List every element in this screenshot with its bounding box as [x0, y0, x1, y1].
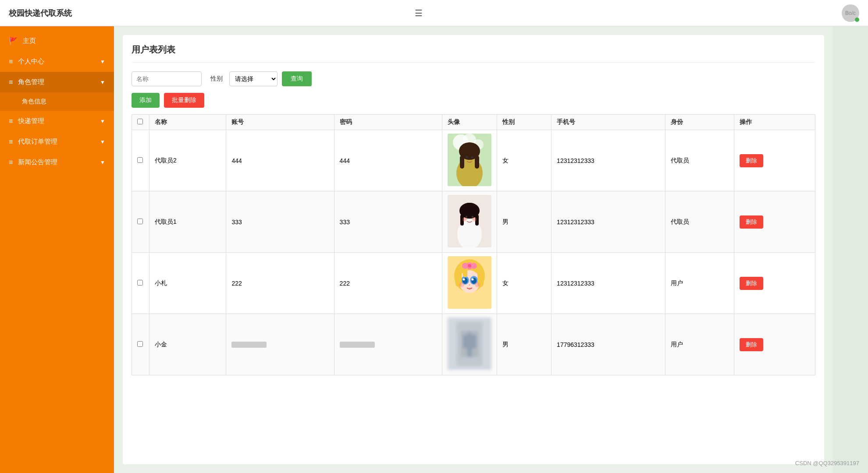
- row2-phone: 12312312333: [551, 191, 665, 253]
- svg-point-10: [471, 156, 473, 159]
- row4-gender: 男: [497, 314, 551, 375]
- avatar[interactable]: Bo/c: [842, 4, 859, 22]
- app-title: 校园快递代取系统: [9, 8, 415, 18]
- watermark: CSDN @QQ3295391197: [795, 460, 859, 466]
- table-row: 代取员1 333 333: [132, 191, 815, 253]
- user-table: 名称 账号 密码 头像 性别 手机号 身份 操作: [132, 114, 815, 375]
- gender-select[interactable]: 请选择 男 女: [229, 71, 277, 86]
- sidebar-item-role[interactable]: ≡ 角色管理 ▼: [0, 72, 114, 92]
- row1-checkbox-cell[interactable]: [132, 130, 149, 191]
- search-button[interactable]: 查询: [282, 71, 312, 86]
- sidebar-item-pickup-order[interactable]: ≡ 代取订单管理 ▼: [0, 131, 114, 152]
- avatar-label: Bo/c: [845, 10, 856, 16]
- row3-checkbox-cell[interactable]: [132, 253, 149, 314]
- row1-delete-button[interactable]: 删除: [740, 154, 763, 167]
- row1-name: 代取员2: [149, 130, 226, 191]
- table-row: 小札 222 222: [132, 253, 815, 314]
- sidebar-item-personal-label: 个人中心: [18, 57, 44, 66]
- sidebar-item-express[interactable]: ≡ 快递管理 ▼: [0, 111, 114, 131]
- sidebar: 🚩 主页 ≡ 个人中心 ▼ ≡ 角色管理 ▼ 角色信息 ≡ 快递管理 ▼ ≡ 代…: [0, 26, 114, 473]
- svg-rect-7: [460, 155, 464, 169]
- svg-point-36: [471, 263, 477, 269]
- row1-checkbox[interactable]: [137, 157, 143, 163]
- sidebar-item-role-label: 角色管理: [18, 78, 44, 86]
- express-arrow-icon: ▼: [100, 118, 105, 124]
- table-header-password: 密码: [334, 115, 442, 130]
- table-row: 小金: [132, 314, 815, 375]
- pickup-icon: ≡: [9, 138, 13, 146]
- row4-avatar: [448, 318, 491, 370]
- svg-rect-45: [467, 333, 472, 357]
- sidebar-item-personal[interactable]: ≡ 个人中心 ▼: [0, 51, 114, 72]
- svg-point-29: [462, 279, 465, 281]
- row2-delete-button[interactable]: 删除: [740, 215, 763, 229]
- row3-name: 小札: [149, 253, 226, 314]
- svg-point-30: [471, 279, 473, 281]
- row4-password: [334, 314, 442, 375]
- row2-account: 333: [226, 191, 334, 253]
- row3-delete-button[interactable]: 删除: [740, 277, 763, 290]
- layout: 🚩 主页 ≡ 个人中心 ▼ ≡ 角色管理 ▼ 角色信息 ≡ 快递管理 ▼ ≡ 代…: [0, 26, 868, 473]
- table-header-row: 名称 账号 密码 头像 性别 手机号 身份 操作: [132, 115, 815, 130]
- role-arrow-icon: ▼: [100, 79, 105, 85]
- page-title: 用户表列表: [132, 44, 815, 63]
- sidebar-item-news-label: 新闻公告管理: [18, 158, 57, 166]
- svg-rect-44: [472, 335, 476, 348]
- row1-avatar-cell: [442, 130, 497, 191]
- row3-avatar-svg: [448, 256, 491, 309]
- home-icon: 🚩: [9, 37, 18, 45]
- table-header-avatar: 头像: [442, 115, 497, 130]
- add-button[interactable]: 添加: [132, 93, 160, 108]
- row4-checkbox-cell[interactable]: [132, 314, 149, 375]
- row2-operation: 删除: [734, 191, 815, 253]
- svg-point-35: [462, 263, 468, 269]
- table-header-operation: 操作: [734, 115, 815, 130]
- filter-row: 性别 请选择 男 女 查询: [132, 71, 815, 86]
- table-header-checkbox[interactable]: [132, 115, 149, 130]
- svg-point-9: [466, 156, 468, 159]
- sidebar-item-home-label: 主页: [23, 37, 36, 45]
- svg-point-37: [468, 264, 471, 268]
- table-row: 代取员2 444 444: [132, 130, 815, 191]
- sidebar-item-role-info[interactable]: 角色信息: [0, 92, 114, 111]
- row1-phone: 12312312333: [551, 130, 665, 191]
- row2-gender: 男: [497, 191, 551, 253]
- row2-avatar-cell: [442, 191, 497, 253]
- batch-delete-button[interactable]: 批量删除: [164, 93, 204, 108]
- row2-avatar-svg: [448, 195, 491, 247]
- svg-rect-43: [463, 335, 467, 348]
- action-row: 添加 批量删除: [132, 93, 815, 108]
- row1-account: 444: [226, 130, 334, 191]
- table-header-gender: 性别: [497, 115, 551, 130]
- row3-role: 用户: [665, 253, 734, 314]
- header: 校园快递代取系统 ☰ Bo/c: [0, 0, 868, 26]
- name-search-input[interactable]: [132, 71, 202, 86]
- row4-phone: 17796312333: [551, 314, 665, 375]
- sidebar-item-news[interactable]: ≡ 新闻公告管理 ▼: [0, 152, 114, 173]
- svg-point-19: [472, 216, 473, 218]
- row1-avatar: [448, 134, 491, 186]
- row2-checkbox[interactable]: [137, 219, 143, 224]
- row1-avatar-svg: [448, 134, 491, 186]
- row3-avatar: [448, 256, 491, 309]
- select-all-checkbox[interactable]: [137, 119, 143, 124]
- svg-point-20: [462, 217, 467, 222]
- gender-filter-label: 性别: [210, 75, 223, 83]
- row4-delete-button[interactable]: 删除: [740, 338, 763, 351]
- right-panel: [833, 26, 868, 473]
- menu-toggle-icon[interactable]: ☰: [415, 8, 423, 18]
- row3-checkbox[interactable]: [137, 280, 143, 286]
- row3-operation: 删除: [734, 253, 815, 314]
- svg-point-38: [459, 282, 464, 287]
- row2-name: 代取员1: [149, 191, 226, 253]
- row1-operation: 删除: [734, 130, 815, 191]
- row1-gender: 女: [497, 130, 551, 191]
- row4-checkbox[interactable]: [137, 341, 143, 347]
- sidebar-item-express-label: 快递管理: [18, 117, 44, 125]
- sidebar-item-home[interactable]: 🚩 主页: [0, 31, 114, 51]
- table-header-phone: 手机号: [551, 115, 665, 130]
- svg-point-39: [475, 282, 480, 287]
- row2-checkbox-cell[interactable]: [132, 191, 149, 253]
- sidebar-item-pickup-label: 代取订单管理: [18, 138, 57, 146]
- sidebar-item-role-info-label: 角色信息: [22, 98, 46, 106]
